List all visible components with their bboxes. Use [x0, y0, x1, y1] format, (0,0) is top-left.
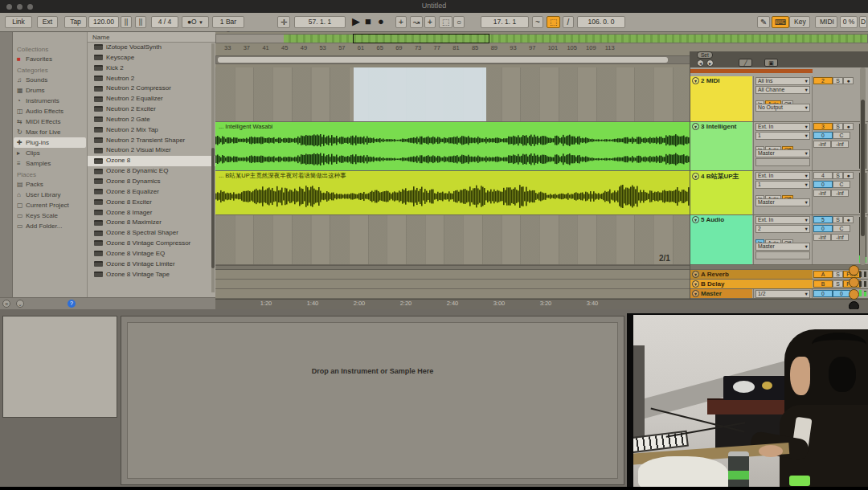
plugin-list-item[interactable]: Ozone 8 Vintage Compressor	[88, 239, 215, 249]
clip-intelligent-wasabi[interactable]: ... Intelligent Wasabi	[215, 122, 690, 171]
volume-field[interactable]: 0	[813, 132, 833, 139]
arm-button[interactable]: ●	[843, 216, 854, 223]
re-enable-automation-button[interactable]: +	[424, 16, 436, 28]
capture-midi-button[interactable]: ⬚	[439, 16, 452, 28]
follow-camera-icon[interactable]: ▣	[764, 59, 778, 67]
automation-mode-icon[interactable]: ╱	[739, 59, 752, 67]
plugin-list-item[interactable]: Neutron 2 Exciter	[88, 104, 215, 115]
back-to-arrangement-strip[interactable]	[690, 69, 813, 73]
return-lane-reverb[interactable]	[215, 270, 690, 280]
track-lane-midi[interactable]	[215, 67, 690, 122]
plugin-list-item[interactable]: Neutron 2 Transient Shaper	[88, 136, 215, 146]
horizontal-scrollbar[interactable]	[215, 55, 696, 64]
help-icon[interactable]: ?	[68, 300, 76, 308]
output-select[interactable]: Master▼	[755, 243, 810, 251]
send-a-field[interactable]: -inf	[813, 234, 831, 241]
draw-mode-button[interactable]: ✎	[757, 16, 770, 28]
plugin-list-item[interactable]: Keyscape	[88, 53, 215, 63]
plugin-list-item[interactable]: Ozone 8 Exciter	[88, 198, 215, 208]
input-channel-select[interactable]: 1▼	[755, 132, 810, 140]
fold-icon[interactable]: ▾	[692, 280, 699, 288]
track-header-audio[interactable]: ▾5 Audio Ext. In▼ 2▼ InAutoOff Master▼ 5…	[690, 215, 868, 265]
track-name-cell[interactable]: ▾3 Intelligent	[690, 122, 752, 170]
plugin-list-item[interactable]: Neutron 2 Equalizer	[88, 94, 215, 104]
volume-field[interactable]: 0	[813, 225, 833, 232]
loop-button[interactable]: ⬚	[547, 16, 560, 28]
plugin-list-item[interactable]: Neutron 2	[88, 74, 215, 84]
input-channel-select[interactable]: All Channe▼	[755, 86, 810, 94]
input-type-select[interactable]: All Ins▼	[755, 77, 810, 85]
send-a-field[interactable]: -inf	[813, 141, 831, 148]
return-header-reverb[interactable]: ▾A Reverb ASPost	[690, 270, 868, 280]
return-name-cell[interactable]: ▾B Delay	[690, 280, 813, 288]
sidebar-category-item[interactable]: ✚Plug-ins	[14, 137, 86, 148]
punch-out-button[interactable]: /	[563, 16, 574, 28]
tap-button[interactable]: Tap	[64, 16, 87, 28]
automation-arm-button[interactable]: ↝	[410, 16, 423, 28]
send-b-field[interactable]: -inf	[831, 190, 849, 197]
io-toggle-button[interactable]	[849, 265, 859, 276]
solo-button[interactable]: S	[833, 172, 843, 179]
tempo-field[interactable]: 120.00	[88, 16, 119, 28]
fold-icon[interactable]: ▾	[692, 290, 699, 297]
overview-loop-region[interactable]	[353, 34, 489, 43]
prev-locator-button[interactable]: ◂	[697, 59, 704, 67]
browser-scrollbar[interactable]	[211, 43, 215, 292]
punch-in-button[interactable]: ~	[532, 16, 543, 28]
record-button[interactable]: ●	[376, 16, 386, 28]
time-selection[interactable]	[354, 67, 486, 121]
fold-icon[interactable]: ▾	[692, 173, 699, 180]
sidebar-category-item[interactable]: ▸Clips	[14, 148, 86, 158]
plugin-list-item[interactable]: Ozone 8 Vintage EQ	[88, 249, 215, 259]
locator-set-button[interactable]: Set	[697, 51, 713, 59]
fold-icon[interactable]: ▾	[692, 77, 699, 84]
output-select[interactable]: Master▼	[755, 149, 810, 157]
name-column-header[interactable]: Name	[88, 32, 215, 43]
link-button[interactable]: Link	[5, 16, 32, 28]
plugin-list-item[interactable]: Ozone 8 Vintage Limiter	[88, 259, 215, 270]
arm-button[interactable]: ●	[843, 123, 854, 130]
master-volume-field[interactable]: 0	[813, 290, 833, 297]
plugin-list-item[interactable]: Neutron 2 Mix Tap	[88, 125, 215, 136]
time-signature-field[interactable]: 4 / 4	[151, 16, 178, 28]
return-name-cell[interactable]: ▾A Reverb	[690, 270, 813, 279]
fold-icon[interactable]: ▾	[692, 271, 699, 278]
metronome-button[interactable]: ●O ▼	[182, 16, 209, 28]
plugin-list-item[interactable]: Ozone 8 Maximizer	[88, 218, 215, 228]
sidebar-category-item[interactable]: ♫Sounds	[14, 75, 86, 85]
input-channel-select[interactable]: 1▼	[755, 181, 810, 189]
arm-button[interactable]: ●	[843, 172, 854, 179]
send-b-field[interactable]: -inf	[831, 141, 849, 148]
nudge-down-button[interactable]: ||	[121, 16, 132, 28]
quantize-menu[interactable]: 1 Bar ▼	[212, 16, 244, 28]
pan-field[interactable]: C	[833, 132, 850, 139]
sidebar-place-item[interactable]: ▢Current Project	[14, 200, 86, 210]
arrangement-overview[interactable]	[215, 34, 868, 43]
sidebar-category-item[interactable]: ≡Samples	[14, 158, 86, 169]
sidebar-place-item[interactable]: ⌂User Library	[14, 190, 86, 200]
key-map-button[interactable]: Key	[789, 16, 810, 28]
arm-button[interactable]: ●	[843, 77, 854, 84]
plugin-list-item[interactable]: iZotope VocalSynth	[88, 43, 215, 53]
plugin-list-item[interactable]: Neutron 2 Visual Mixer	[88, 145, 215, 156]
sidebar-place-item[interactable]: ▭Keys Scale	[14, 210, 86, 221]
output-select[interactable]: Master▼	[755, 198, 810, 206]
input-type-select[interactable]: Ext. In▼	[755, 172, 810, 180]
plugin-list-item[interactable]: Ozone 8 Imager	[88, 208, 215, 218]
overdub-button[interactable]: +	[395, 16, 407, 28]
solo-button[interactable]: S	[833, 280, 843, 288]
clip-view-panel[interactable]	[2, 316, 117, 418]
midi-map-button[interactable]: MIDI	[815, 16, 837, 28]
mixer-toggle-button[interactable]	[849, 289, 859, 300]
return-activator[interactable]: B	[813, 280, 833, 288]
session-record-button[interactable]: ○	[453, 16, 465, 28]
track-header-intelligent[interactable]: ▾3 Intelligent Ext. In▼ 1▼ InAutoOff Mas…	[690, 122, 868, 171]
next-locator-button[interactable]: ▸	[706, 59, 714, 67]
master-pan-field[interactable]: 0	[833, 290, 850, 297]
stop-button[interactable]: ■	[363, 16, 373, 28]
cue-out-select[interactable]: 1/2▼	[755, 290, 810, 298]
sidebar-category-item[interactable]: ↻Max for Live	[14, 127, 86, 137]
fold-icon[interactable]: ▾	[692, 216, 699, 223]
vertical-scrollbar[interactable]	[860, 67, 866, 265]
plugin-list-item[interactable]: Ozone 8 Equalizer	[88, 187, 215, 198]
